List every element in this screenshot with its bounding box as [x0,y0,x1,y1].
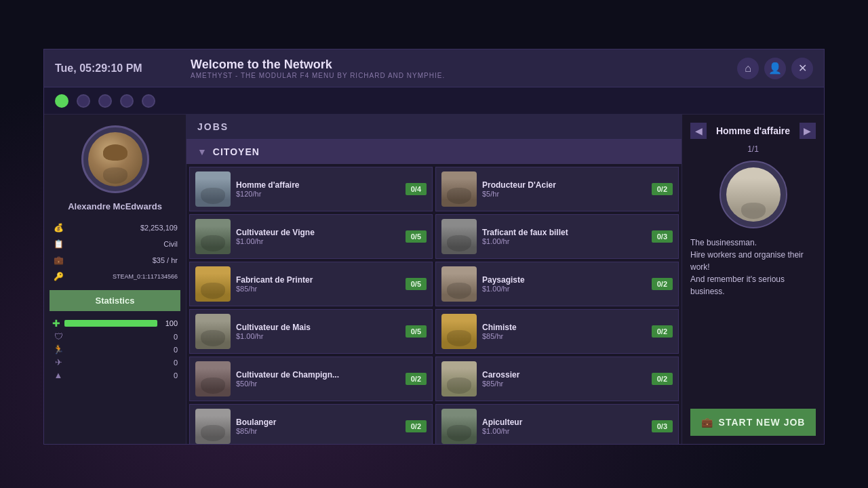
job-badge: 0/2 [652,325,673,338]
health-icon: ✚ [52,318,60,329]
status-icon: 📋 [52,238,64,250]
job-card[interactable]: Fabricant de Printer $85/hr 0/5 [189,262,433,306]
job-avatar [195,409,231,444]
skill-row: ✈ 0 [50,356,180,369]
job-pay: $5/hr [482,190,646,198]
avatar-face [88,132,142,186]
users-button[interactable]: 👤 [764,58,786,79]
pay-value: $35 / hr [153,256,178,264]
job-name: Paysagiste [482,275,646,285]
start-job-label: START NEW JOB [719,417,806,428]
briefcase-icon: 💼 [701,417,713,428]
status-value: Civil [163,240,178,248]
job-card[interactable]: Chimiste $85/hr 0/2 [435,309,679,354]
main-window: Tue, 05:29:10 PM Welcome to the Network … [43,49,825,445]
statistics-button[interactable]: Statistics [50,290,180,311]
rp-prev-button[interactable]: ◀ [690,123,707,139]
job-pay: $50/hr [236,380,400,388]
dot-4[interactable] [120,94,134,108]
job-name: Chimiste [482,323,646,332]
job-avatar [441,409,477,444]
dot-3[interactable] [98,94,112,108]
job-name: Homme d'affaire [236,180,400,190]
job-name: Cultivateur de Mais [236,323,400,332]
job-name: Fabricant de Printer [236,275,400,285]
right-panel-header: ◀ Homme d'affaire ▶ [690,123,816,139]
job-pay: $1.00/hr [482,427,646,435]
job-info: Homme d'affaire $120/hr [236,180,400,198]
job-badge: 0/4 [406,183,427,195]
job-avatar [195,171,231,207]
stamina-row: 🏃 0 [50,343,180,356]
rp-next-button[interactable]: ▶ [800,123,816,139]
job-badge: 0/3 [652,420,673,432]
top-bar: Tue, 05:29:10 PM Welcome to the Network … [44,49,824,87]
job-badge: 0/5 [406,278,427,290]
window-subtitle: AMETHYST - THE MODULAR F4 MENU BY RICHAR… [191,72,737,79]
skill-icon: ✈ [52,357,64,367]
health-bar-fill [64,320,157,327]
dot-2[interactable] [77,94,90,108]
job-avatar [195,314,231,349]
job-card[interactable]: Apiculteur $1.00/hr 0/3 [435,404,679,444]
job-card[interactable]: Producteur D'Acier $5/hr 0/2 [435,167,679,211]
job-info: Fabricant de Printer $85/hr [236,275,400,293]
jobs-list[interactable]: Homme d'affaire $120/hr 0/4 Producteur D… [186,164,682,444]
job-avatar [195,266,231,302]
rp-job-title: Homme d'affaire [716,125,790,136]
start-new-job-button[interactable]: 💼 START NEW JOB [690,409,816,436]
job-name: Producteur D'Acier [482,180,646,190]
job-card[interactable]: Traficant de faux billet $1.00/hr 0/3 [435,214,679,259]
title-area: Welcome to the Network AMETHYST - THE MO… [191,58,737,79]
home-button[interactable]: ⌂ [737,58,759,79]
job-avatar [441,361,477,396]
center-panel: JOBS ▼ CITOYEN Homme d'affaire $120/hr 0… [186,115,682,444]
star-icon: ▲ [52,370,64,380]
job-name: Carossier [482,370,646,380]
job-badge: 0/2 [652,183,673,195]
jobs-header: JOBS [186,115,682,140]
health-bar-bg [64,320,157,327]
job-avatar [441,266,477,302]
job-info: Cultivateur de Vigne $1.00/hr [236,228,400,245]
health-value: 100 [161,319,178,327]
job-pay: $1.00/hr [482,237,646,245]
status-row: 📋 Civil [50,236,180,252]
steam-icon: 🔑 [52,270,64,283]
job-badge: 0/2 [406,373,427,385]
jobs-grid: Homme d'affaire $120/hr 0/4 Producteur D… [189,167,679,444]
job-name: Traficant de faux billet [482,228,646,237]
star-row: ▲ 0 [50,369,180,382]
top-icons: ⌂ 👤 ✕ [737,58,813,79]
stamina-value: 0 [174,346,178,354]
pay-icon: 💼 [52,254,64,266]
clock: Tue, 05:29:10 PM [55,62,191,75]
dot-1[interactable] [55,94,68,108]
run-icon: 🏃 [52,344,64,354]
job-avatar [441,219,477,254]
dot-row [44,87,824,115]
job-card[interactable]: Paysagiste $1.00/hr 0/2 [435,262,679,306]
job-info: Paysagiste $1.00/hr [482,275,646,293]
job-card[interactable]: Carossier $85/hr 0/2 [435,357,679,401]
close-button[interactable]: ✕ [791,58,813,79]
job-card[interactable]: Cultivateur de Mais $1.00/hr 0/5 [189,309,433,354]
money-icon: 💰 [52,222,64,234]
job-pay: $1.00/hr [236,237,400,245]
rp-description: The businessman.Hire workers and organis… [690,237,816,409]
job-pay: $85/hr [482,332,646,340]
job-card[interactable]: Cultivateur de Champign... $50/hr 0/2 [189,357,433,401]
star-value: 0 [174,371,178,380]
dot-5[interactable] [142,94,155,108]
job-pay: $120/hr [236,190,400,198]
job-pay: $85/hr [236,285,400,293]
pay-row: 💼 $35 / hr [50,252,180,268]
job-avatar [441,171,477,207]
job-card[interactable]: Homme d'affaire $120/hr 0/4 [189,167,433,211]
job-card[interactable]: Boulanger $85/hr 0/2 [189,404,433,444]
job-info: Chimiste $85/hr [482,323,646,340]
skill-value: 0 [174,359,178,367]
rp-job-count: 1/1 [690,144,816,154]
job-card[interactable]: Cultivateur de Vigne $1.00/hr 0/5 [189,214,433,259]
job-pay: $85/hr [236,427,400,435]
